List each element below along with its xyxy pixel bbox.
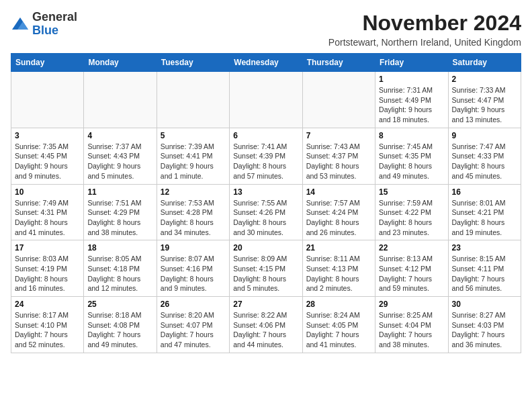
calendar-cell: 8Sunrise: 7:45 AM Sunset: 4:35 PM Daylig… — [375, 128, 448, 184]
day-info: Sunrise: 8:03 AM Sunset: 4:19 PM Dayligh… — [15, 254, 80, 293]
calendar-cell: 30Sunrise: 8:27 AM Sunset: 4:03 PM Dayli… — [448, 297, 521, 353]
calendar-cell — [11, 72, 84, 128]
day-info: Sunrise: 8:09 AM Sunset: 4:15 PM Dayligh… — [233, 254, 298, 293]
calendar-cell: 15Sunrise: 7:59 AM Sunset: 4:22 PM Dayli… — [375, 184, 448, 240]
weekday-header: Friday — [375, 54, 448, 72]
calendar-cell: 20Sunrise: 8:09 AM Sunset: 4:15 PM Dayli… — [230, 240, 302, 297]
day-number: 5 — [161, 131, 226, 140]
calendar-cell: 16Sunrise: 8:01 AM Sunset: 4:21 PM Dayli… — [448, 184, 521, 240]
day-info: Sunrise: 7:41 AM Sunset: 4:39 PM Dayligh… — [233, 142, 298, 181]
calendar-header-row: SundayMondayTuesdayWednesdayThursdayFrid… — [11, 54, 521, 72]
day-info: Sunrise: 7:49 AM Sunset: 4:31 PM Dayligh… — [15, 198, 80, 238]
calendar-cell: 2Sunrise: 7:33 AM Sunset: 4:47 PM Daylig… — [448, 72, 521, 128]
calendar-cell: 7Sunrise: 7:43 AM Sunset: 4:37 PM Daylig… — [302, 128, 375, 184]
calendar-week-row: 10Sunrise: 7:49 AM Sunset: 4:31 PM Dayli… — [11, 184, 521, 240]
calendar-cell: 21Sunrise: 8:11 AM Sunset: 4:13 PM Dayli… — [302, 240, 375, 297]
calendar-cell: 6Sunrise: 7:41 AM Sunset: 4:39 PM Daylig… — [230, 128, 302, 184]
day-info: Sunrise: 8:24 AM Sunset: 4:05 PM Dayligh… — [306, 310, 371, 350]
weekday-header: Sunday — [11, 54, 84, 72]
day-info: Sunrise: 7:45 AM Sunset: 4:35 PM Dayligh… — [379, 142, 444, 181]
calendar-cell: 10Sunrise: 7:49 AM Sunset: 4:31 PM Dayli… — [11, 184, 84, 240]
day-number: 30 — [452, 300, 517, 309]
calendar-cell: 14Sunrise: 7:57 AM Sunset: 4:24 PM Dayli… — [302, 184, 375, 240]
calendar-cell: 12Sunrise: 7:53 AM Sunset: 4:28 PM Dayli… — [157, 184, 229, 240]
day-number: 9 — [452, 131, 517, 140]
day-info: Sunrise: 8:15 AM Sunset: 4:11 PM Dayligh… — [452, 254, 517, 293]
calendar-cell: 1Sunrise: 7:31 AM Sunset: 4:49 PM Daylig… — [375, 72, 448, 128]
calendar-cell: 26Sunrise: 8:20 AM Sunset: 4:07 PM Dayli… — [157, 297, 229, 353]
calendar-cell: 4Sunrise: 7:37 AM Sunset: 4:43 PM Daylig… — [84, 128, 157, 184]
day-info: Sunrise: 8:11 AM Sunset: 4:13 PM Dayligh… — [306, 254, 371, 293]
day-number: 17 — [15, 243, 80, 253]
day-number: 25 — [87, 300, 152, 309]
logo-text: General Blue — [32, 11, 77, 38]
weekday-header: Wednesday — [230, 54, 302, 72]
day-number: 29 — [379, 300, 444, 309]
day-number: 22 — [379, 243, 444, 253]
day-info: Sunrise: 8:05 AM Sunset: 4:18 PM Dayligh… — [87, 254, 152, 293]
day-number: 14 — [306, 187, 371, 197]
title-block: November 2024 Portstewart, Northern Irel… — [328, 11, 521, 48]
weekday-header: Thursday — [302, 54, 375, 72]
weekday-header: Monday — [84, 54, 157, 72]
calendar-cell: 11Sunrise: 7:51 AM Sunset: 4:29 PM Dayli… — [84, 184, 157, 240]
calendar-cell: 9Sunrise: 7:47 AM Sunset: 4:33 PM Daylig… — [448, 128, 521, 184]
day-info: Sunrise: 8:17 AM Sunset: 4:10 PM Dayligh… — [15, 310, 80, 350]
calendar-cell: 19Sunrise: 8:07 AM Sunset: 4:16 PM Dayli… — [157, 240, 229, 297]
day-number: 18 — [87, 243, 152, 253]
calendar-cell: 5Sunrise: 7:39 AM Sunset: 4:41 PM Daylig… — [157, 128, 229, 184]
calendar-cell: 29Sunrise: 8:25 AM Sunset: 4:04 PM Dayli… — [375, 297, 448, 353]
logo-icon — [11, 15, 30, 34]
calendar-cell: 17Sunrise: 8:03 AM Sunset: 4:19 PM Dayli… — [11, 240, 84, 297]
day-info: Sunrise: 7:57 AM Sunset: 4:24 PM Dayligh… — [306, 198, 371, 238]
calendar-cell: 18Sunrise: 8:05 AM Sunset: 4:18 PM Dayli… — [84, 240, 157, 297]
day-number: 7 — [306, 131, 371, 140]
day-info: Sunrise: 7:51 AM Sunset: 4:29 PM Dayligh… — [87, 198, 152, 238]
day-info: Sunrise: 7:31 AM Sunset: 4:49 PM Dayligh… — [379, 85, 444, 125]
day-number: 26 — [161, 300, 226, 309]
calendar-cell — [84, 72, 157, 128]
day-info: Sunrise: 8:20 AM Sunset: 4:07 PM Dayligh… — [161, 310, 226, 350]
day-info: Sunrise: 7:43 AM Sunset: 4:37 PM Dayligh… — [306, 142, 371, 181]
weekday-header: Tuesday — [157, 54, 229, 72]
day-info: Sunrise: 8:25 AM Sunset: 4:04 PM Dayligh… — [379, 310, 444, 350]
day-number: 2 — [452, 75, 517, 84]
calendar-cell: 25Sunrise: 8:18 AM Sunset: 4:08 PM Dayli… — [84, 297, 157, 353]
day-info: Sunrise: 7:47 AM Sunset: 4:33 PM Dayligh… — [452, 142, 517, 181]
day-number: 10 — [15, 187, 80, 197]
day-info: Sunrise: 8:13 AM Sunset: 4:12 PM Dayligh… — [379, 254, 444, 293]
day-number: 28 — [306, 300, 371, 309]
day-number: 19 — [161, 243, 226, 253]
day-number: 20 — [233, 243, 298, 253]
day-info: Sunrise: 7:35 AM Sunset: 4:45 PM Dayligh… — [15, 142, 80, 181]
day-info: Sunrise: 8:07 AM Sunset: 4:16 PM Dayligh… — [161, 254, 226, 293]
calendar-week-row: 3Sunrise: 7:35 AM Sunset: 4:45 PM Daylig… — [11, 128, 521, 184]
day-info: Sunrise: 8:18 AM Sunset: 4:08 PM Dayligh… — [87, 310, 152, 350]
calendar-week-row: 24Sunrise: 8:17 AM Sunset: 4:10 PM Dayli… — [11, 297, 521, 353]
logo: General Blue — [11, 11, 77, 38]
calendar-week-row: 1Sunrise: 7:31 AM Sunset: 4:49 PM Daylig… — [11, 72, 521, 128]
month-title: November 2024 — [328, 11, 521, 36]
day-number: 15 — [379, 187, 444, 197]
calendar-cell — [157, 72, 229, 128]
day-number: 11 — [87, 187, 152, 197]
calendar-cell: 3Sunrise: 7:35 AM Sunset: 4:45 PM Daylig… — [11, 128, 84, 184]
day-number: 27 — [233, 300, 298, 309]
calendar-cell — [302, 72, 375, 128]
weekday-header: Saturday — [448, 54, 521, 72]
day-number: 12 — [161, 187, 226, 197]
day-info: Sunrise: 7:33 AM Sunset: 4:47 PM Dayligh… — [452, 85, 517, 125]
calendar-cell — [230, 72, 302, 128]
day-number: 24 — [15, 300, 80, 309]
day-number: 23 — [452, 243, 517, 253]
day-info: Sunrise: 7:37 AM Sunset: 4:43 PM Dayligh… — [87, 142, 152, 181]
day-number: 16 — [452, 187, 517, 197]
day-info: Sunrise: 7:53 AM Sunset: 4:28 PM Dayligh… — [161, 198, 226, 238]
calendar-cell: 27Sunrise: 8:22 AM Sunset: 4:06 PM Dayli… — [230, 297, 302, 353]
day-info: Sunrise: 7:39 AM Sunset: 4:41 PM Dayligh… — [161, 142, 226, 181]
day-info: Sunrise: 7:55 AM Sunset: 4:26 PM Dayligh… — [233, 198, 298, 238]
calendar-cell: 22Sunrise: 8:13 AM Sunset: 4:12 PM Dayli… — [375, 240, 448, 297]
page-header: General Blue November 2024 Portstewart, … — [11, 11, 521, 48]
calendar-cell: 28Sunrise: 8:24 AM Sunset: 4:05 PM Dayli… — [302, 297, 375, 353]
location-title: Portstewart, Northern Ireland, United Ki… — [328, 37, 521, 48]
